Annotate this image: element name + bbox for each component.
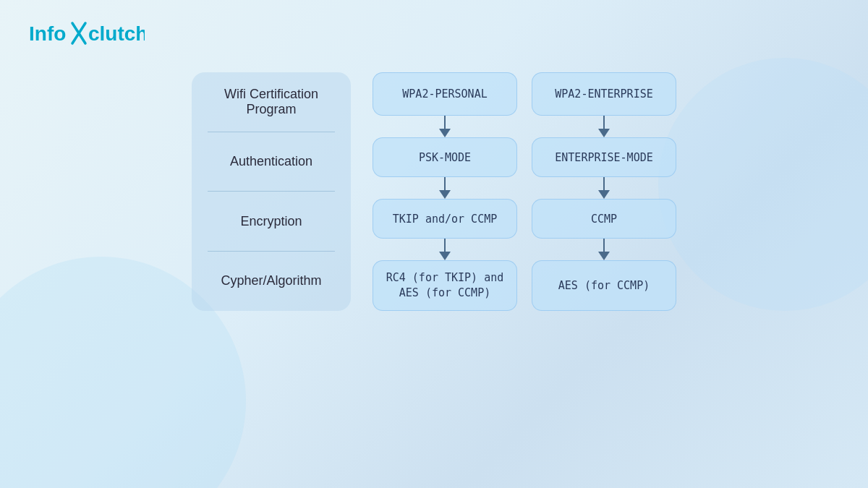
- label-cypher-algorithm: Cypher/Algorithm: [192, 252, 351, 312]
- arrow-down-1-right: [598, 116, 610, 137]
- svg-text:clutch: clutch: [88, 22, 145, 45]
- arrow-row-1: [373, 116, 676, 137]
- arrow-down-3-right: [598, 239, 610, 260]
- box-wpa2-enterprise: WPA2-ENTERPRISE: [532, 72, 676, 116]
- arrow-row-3: [373, 239, 676, 260]
- arrow-row-2: [373, 177, 676, 199]
- box-rc4-aes: RC4 (for TKIP) and AES (for CCMP): [373, 260, 517, 311]
- arrow-down-2-left: [439, 177, 451, 199]
- svg-text:Info: Info: [29, 22, 66, 45]
- content-grid: WPA2-PERSONAL WPA2-ENTERPRISE: [373, 72, 676, 311]
- arrow-down-3-left: [439, 239, 451, 260]
- box-ccmp: CCMP: [532, 199, 676, 239]
- diagram-container: Wifi Certification Program Authenticatio…: [192, 72, 676, 311]
- row-3-boxes: TKIP and/or CCMP CCMP: [373, 199, 676, 239]
- row-2-boxes: PSK-MODE ENTERPRISE-MODE: [373, 137, 676, 177]
- box-wpa2-personal: WPA2-PERSONAL: [373, 72, 517, 116]
- box-tkip-ccmp: TKIP and/or CCMP: [373, 199, 517, 239]
- label-wifi-certification: Wifi Certification Program: [192, 72, 351, 132]
- arrow-down-2-right: [598, 177, 610, 199]
- label-encryption: Encryption: [192, 192, 351, 252]
- labels-column: Wifi Certification Program Authenticatio…: [192, 72, 351, 311]
- row-1-boxes: WPA2-PERSONAL WPA2-ENTERPRISE: [373, 72, 676, 116]
- box-psk-mode: PSK-MODE: [373, 137, 517, 177]
- arrow-down-1-left: [439, 116, 451, 137]
- box-aes-ccmp: AES (for CCMP): [532, 260, 676, 311]
- label-authentication: Authentication: [192, 132, 351, 192]
- diagram: Wifi Certification Program Authenticatio…: [192, 72, 676, 311]
- logo: Info clutch: [29, 20, 145, 51]
- box-enterprise-mode: ENTERPRISE-MODE: [532, 137, 676, 177]
- row-4-boxes: RC4 (for TKIP) and AES (for CCMP) AES (f…: [373, 260, 676, 311]
